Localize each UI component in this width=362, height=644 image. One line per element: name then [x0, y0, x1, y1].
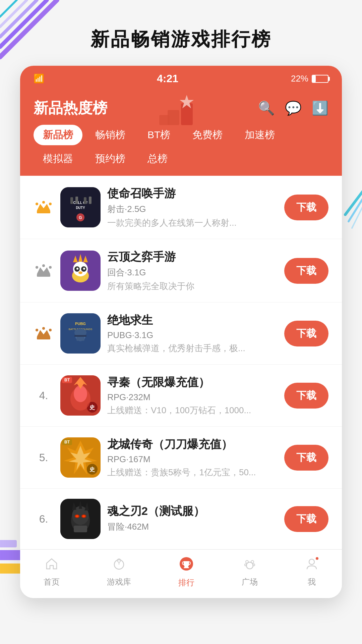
game-icon-2 [60, 251, 101, 291]
game-list: CALL OF DUTY G 使命召唤手游 射击·2.5G 一款完美的多人在线第… [20, 176, 342, 549]
rank-num-5: 5. [39, 451, 48, 464]
svg-point-91 [246, 560, 248, 563]
svg-text:史: 史 [89, 405, 95, 410]
game-item-3: PUBG BATTLEGROUNDS 绝地求生 PUBG·3.1G 真实枪械弹道… [20, 303, 342, 365]
tab-yuyue[interactable]: 预约榜 [86, 149, 135, 169]
gold-crown-icon [34, 199, 54, 216]
game-desc-1: 一款完美的多人在线第一人称射... [107, 217, 278, 229]
svg-point-80 [76, 515, 78, 517]
game-meta-3: PUBG·3.1G [107, 330, 278, 340]
svg-point-93 [245, 564, 247, 566]
game-info-4: 寻秦（无限爆充值） RPG·232M 上线赠送：V10，100万钻石，1000.… [107, 375, 278, 416]
svg-rect-89 [184, 567, 189, 568]
svg-point-32 [42, 264, 45, 267]
nav-ranking-label: 排行 [178, 577, 194, 588]
app-header-top: 新品热度榜 🔍 💬 ⬇️ [34, 98, 328, 118]
wifi-icon: 📶 [34, 73, 44, 84]
svg-point-47 [36, 329, 38, 331]
tab-jiasu[interactable]: 加速榜 [235, 125, 284, 145]
nav-plaza[interactable]: 广场 [242, 557, 258, 587]
svg-rect-10 [0, 540, 17, 547]
game-item-4: 4. BT 史 寻秦（无限爆充值） R [20, 365, 342, 427]
chat-icon[interactable]: 💬 [285, 100, 302, 116]
svg-line-5 [345, 188, 362, 215]
svg-rect-25 [70, 197, 73, 204]
nav-row-2: 模拟器 预约榜 总榜 [34, 149, 328, 169]
svg-marker-15 [37, 204, 50, 211]
svg-rect-56 [74, 335, 86, 337]
status-bar: 📶 4:21 22% [20, 66, 342, 92]
rank-5: 5. [34, 451, 54, 464]
svg-text:PUBG: PUBG [75, 322, 86, 326]
search-icon[interactable]: 🔍 [258, 100, 275, 116]
rank-2 [34, 262, 54, 279]
game-name-2: 云顶之弈手游 [107, 249, 278, 265]
nav-ranking[interactable]: 排行 [178, 556, 194, 588]
svg-point-95 [309, 559, 314, 565]
game-item-6: 6. [20, 489, 342, 549]
download-btn-4[interactable]: 下载 [284, 383, 328, 409]
tab-changxiao[interactable]: 畅销榜 [86, 125, 135, 145]
game-icon-5: BT 史 [60, 437, 101, 478]
download-btn-3[interactable]: 下载 [284, 321, 328, 346]
download-btn-1[interactable]: 下载 [284, 195, 328, 220]
svg-point-49 [49, 329, 52, 331]
download-btn-5[interactable]: 下载 [284, 445, 328, 471]
svg-point-85 [117, 559, 121, 562]
rank-num-4: 4. [39, 389, 48, 401]
tab-mnq[interactable]: 模拟器 [34, 149, 82, 169]
game-info-3: 绝地求生 PUBG·3.1G 真实枪械弹道，优秀射击手感，极... [107, 313, 278, 354]
game-desc-3: 真实枪械弹道，优秀射击手感，极... [107, 342, 278, 354]
svg-point-41 [78, 271, 82, 274]
user-icon [305, 557, 318, 574]
paw-icon [243, 557, 256, 574]
nav-gamelist-label: 游戏库 [107, 577, 131, 587]
silver-crown-icon [34, 262, 54, 279]
rank-4: 4. [34, 389, 54, 402]
game-item-5: 5. BT 史 龙城传奇（刀刀爆充值） RPG·167M [20, 427, 342, 489]
home-icon [45, 557, 58, 574]
download-btn-6[interactable]: 下载 [284, 506, 328, 532]
rank-1 [34, 199, 54, 216]
game-name-3: 绝地求生 [107, 313, 278, 328]
svg-rect-27 [84, 197, 86, 204]
svg-point-18 [42, 201, 45, 204]
svg-marker-45 [37, 330, 50, 337]
game-desc-4: 上线赠送：V10，100万钻石，1000... [107, 405, 278, 416]
status-time: 4:21 [157, 72, 178, 85]
svg-text:G: G [79, 215, 82, 220]
download-icon[interactable]: ⬇️ [312, 100, 328, 116]
nav-me-label: 我 [308, 577, 316, 587]
svg-rect-16 [37, 211, 50, 213]
game-desc-2: 所有策略完全取决于你 [107, 280, 278, 292]
battery-icon [312, 75, 328, 83]
battery-fill [312, 75, 316, 82]
svg-point-33 [49, 266, 52, 269]
svg-rect-26 [75, 197, 78, 204]
app-title: 新品热度榜 [34, 98, 107, 118]
download-btn-2[interactable]: 下载 [284, 258, 328, 284]
tab-zong[interactable]: 总榜 [138, 149, 177, 169]
svg-text:BT: BT [64, 440, 70, 444]
svg-rect-82 [74, 526, 87, 532]
game-meta-2: 回合·3.1G [107, 267, 278, 278]
svg-point-39 [76, 268, 78, 270]
game-name-5: 龙城传奇（刀刀爆充值） [107, 437, 278, 452]
game-info-1: 使命召唤手游 射击·2.5G 一款完美的多人在线第一人称射... [107, 186, 278, 229]
game-meta-4: RPG·232M [107, 392, 278, 402]
nav-me[interactable]: 我 [305, 557, 318, 587]
nav-gamelist[interactable]: 游戏库 [107, 557, 131, 587]
svg-rect-46 [37, 337, 50, 339]
status-right: 22% [291, 73, 328, 84]
svg-text:DUTY: DUTY [76, 206, 85, 210]
svg-point-94 [253, 564, 255, 566]
svg-text:史: 史 [89, 467, 95, 472]
svg-rect-11 [168, 110, 179, 125]
svg-point-92 [251, 560, 254, 563]
tab-xinpin[interactable]: 新品榜 [34, 125, 82, 145]
svg-point-19 [49, 203, 52, 205]
game-meta-1: 射击·2.5G [107, 203, 278, 215]
game-icon-6 [60, 499, 101, 539]
svg-marker-83 [47, 559, 57, 569]
nav-home[interactable]: 首页 [44, 557, 60, 587]
